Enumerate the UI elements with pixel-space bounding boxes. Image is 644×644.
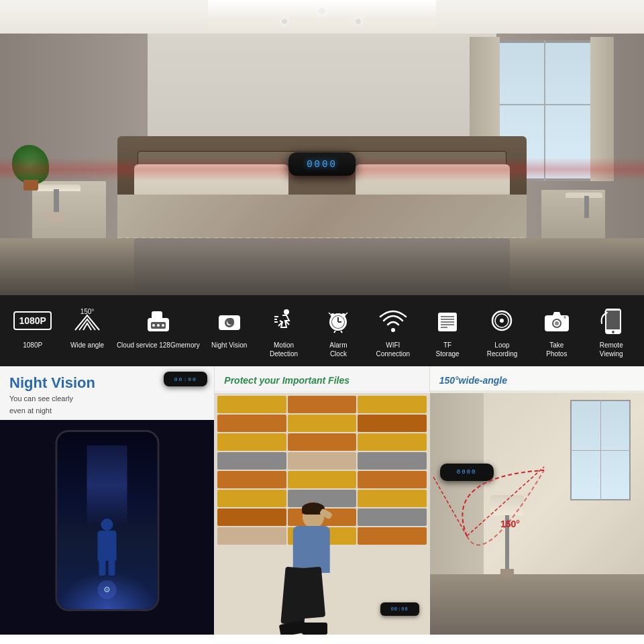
wide-angle-icon: 150°	[70, 303, 105, 338]
cloud-icon	[141, 303, 176, 338]
files-title: Protect your Important Files	[224, 375, 350, 386]
cloud-svg	[144, 306, 173, 335]
svg-line-21	[345, 313, 347, 315]
svg-rect-40	[606, 311, 620, 329]
camera-svg	[542, 306, 572, 335]
feature-tf-label: TF Storage	[436, 341, 460, 358]
svg-line-22	[334, 331, 335, 333]
resolution-badge: 1080P	[13, 311, 51, 330]
svg-rect-11	[220, 315, 224, 318]
loop-icon	[484, 303, 519, 338]
wifi-svg	[378, 306, 408, 335]
night-vision-svg	[215, 306, 244, 335]
svg-point-10	[227, 318, 234, 325]
feature-tf: TF Storage	[423, 303, 473, 358]
svg-point-37	[555, 321, 559, 325]
night-device-display: 00:00	[174, 376, 197, 382]
feature-alarm: Alarm Clock	[313, 303, 364, 358]
feature-wide-angle-label: Wide angle	[70, 341, 104, 350]
feature-wifi: WIFI Connection	[368, 303, 418, 358]
night-vision-header: Night Vision You can see clearly even at…	[0, 366, 214, 421]
motion-svg	[269, 306, 299, 335]
device-display: 0000	[307, 159, 337, 170]
alarm-svg	[323, 306, 353, 335]
feature-loop: Loop Recording	[477, 303, 527, 358]
feature-1080p: 1080P 1080P	[7, 303, 58, 350]
feature-wide-angle: 150° Wide angle	[62, 303, 113, 350]
wide-angle-title: 150°wide-angle	[439, 375, 507, 386]
feature-remote: Remote Viewing	[586, 303, 637, 358]
panel-night-vision: Night Vision You can see clearly even at…	[0, 366, 214, 635]
night-vision-subtitle: You can see clearly even at night	[9, 394, 73, 415]
feature-remote-label: Remote Viewing	[600, 341, 623, 358]
svg-point-4	[152, 324, 155, 327]
bottom-panels: Night Vision You can see clearly even at…	[0, 366, 644, 635]
camera-icon	[539, 303, 574, 338]
svg-point-12	[284, 309, 289, 315]
motion-icon	[266, 303, 301, 338]
night-device-small: 00:00	[164, 372, 207, 386]
svg-point-41	[612, 331, 614, 333]
alarm-icon	[321, 303, 356, 338]
svg-text:150°: 150°	[80, 308, 95, 315]
wide-angle-header: 150°wide-angle	[430, 366, 644, 390]
feature-loop-label: Loop Recording	[487, 341, 518, 358]
svg-point-24	[391, 328, 395, 332]
feature-alarm-label: Alarm Clock	[329, 341, 347, 358]
wifi-signal-svg: 150°	[72, 306, 102, 335]
feature-cloud: Cloud service 128Gmemory	[117, 303, 200, 350]
night-vision-title: Night Vision	[9, 374, 95, 391]
feature-wifi-label: WIFI Connection	[376, 341, 410, 358]
alarm-clock-device: 0000	[288, 152, 356, 176]
files-header: Protect your Important Files	[215, 366, 429, 390]
feature-night-vision: Night Vision	[204, 303, 254, 350]
svg-rect-2	[152, 311, 162, 321]
phone-icon	[594, 303, 629, 338]
svg-point-6	[162, 324, 164, 327]
feature-photo-label: Take Photos	[546, 341, 567, 358]
night-vision-icon	[212, 303, 247, 338]
panel-important-files: Protect your Important Files	[214, 366, 429, 635]
features-bar: 1080P 1080P 150° Wide angle	[0, 295, 644, 366]
angle-arc-svg: 150°	[430, 450, 578, 551]
svg-line-23	[341, 331, 342, 333]
feature-motion-label: Motion Detection	[270, 341, 298, 358]
loop-svg	[487, 306, 517, 335]
svg-line-43	[433, 477, 467, 536]
svg-point-38	[564, 316, 566, 319]
phone-svg	[596, 306, 626, 335]
feature-1080p-label: 1080P	[23, 341, 42, 350]
feature-cloud-label: Cloud service 128Gmemory	[117, 341, 200, 350]
svg-point-33	[500, 319, 504, 323]
feature-night-label: Night Vision	[211, 341, 247, 350]
wifi-icon	[376, 303, 411, 338]
feature-photo: Take Photos	[531, 303, 582, 358]
tf-icon	[430, 303, 465, 338]
hero-section: 0000	[0, 0, 644, 295]
panel-wide-angle: 150°wide-angle 0000	[430, 366, 644, 635]
svg-line-20	[329, 313, 331, 315]
1080p-icon: 1080P	[15, 303, 50, 338]
svg-text:150°: 150°	[500, 519, 520, 529]
svg-point-5	[157, 324, 160, 327]
tf-svg	[433, 306, 462, 335]
feature-motion: Motion Detection	[259, 303, 309, 358]
